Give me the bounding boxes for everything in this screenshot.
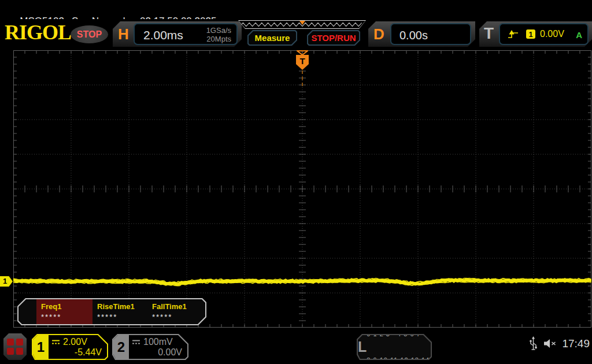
channel1-status[interactable]: 1 2.00V -5.44V <box>32 334 108 360</box>
measure-button-label: Measure <box>249 31 296 44</box>
sample-rate-readout: 1GSa/s 20Mpts <box>206 26 231 43</box>
channel2-status[interactable]: 2 100mV 0.00V <box>112 334 188 360</box>
logic-body: L 0 1 2 3 4 5 6 7 8 9 10 11 12 13 14 15 <box>358 335 431 359</box>
rigol-logo: RIGOL <box>5 20 71 44</box>
trigger-panel[interactable]: T 1 0.00V A <box>479 21 592 47</box>
channel1-body: 1 2.00V -5.44V <box>33 335 107 359</box>
channel1-offset: -5.44V <box>51 347 102 358</box>
channel2-number: 2 <box>113 335 129 359</box>
delay-panel[interactable]: D 0.00s <box>368 21 475 47</box>
clock-readout: 17:49 <box>562 337 590 350</box>
sample-rate-value: 1GSa/s <box>206 26 231 35</box>
trigger-readout: 1 0.00V A <box>499 23 589 45</box>
edge-trigger-slope-icon <box>507 29 519 39</box>
channel-menu-button[interactable] <box>3 333 27 360</box>
bottom-status-bar: 1 2.00V -5.44V 2 <box>0 328 592 364</box>
graticule-area <box>13 50 591 328</box>
channel1-number: 1 <box>33 335 49 359</box>
ch1-ground-marker[interactable]: 1 <box>0 276 13 287</box>
measurement-panel-body: Freq1 ***** RiseTime1 ***** FallTime1 **… <box>18 299 205 324</box>
measurement-value: ***** <box>152 313 202 321</box>
dc-coupling-icon <box>51 339 60 345</box>
stop-run-button[interactable]: STOP/RUN <box>307 30 360 46</box>
measurement-item-risetime1[interactable]: RiseTime1 ***** <box>92 299 147 324</box>
stop-run-button-label: STOP/RUN <box>308 31 359 44</box>
acquisition-state-badge[interactable]: STOP <box>71 25 108 43</box>
header-bar: RIGOL STOP H 2.00ms 1GSa/s 20Mpts Measur… <box>0 19 592 49</box>
channel2-offset: 0.00V <box>132 347 182 358</box>
trigger-sweep-mode: A <box>576 30 582 40</box>
logic-label: L <box>358 339 367 355</box>
usb-icon <box>529 336 538 351</box>
channel1-scale: 2.00V <box>63 337 87 347</box>
oscilloscope-screen: MSO5102Sun November 02 17:50:00 2025 RIG… <box>0 0 592 364</box>
top-info-bar: MSO5102Sun November 02 17:50:00 2025 <box>0 0 592 19</box>
trigger-position-line <box>302 70 303 86</box>
channel2-body: 2 100mV 0.00V <box>113 335 187 359</box>
channel2-scale: 100mV <box>143 337 173 347</box>
trigger-level-value: 0.00V <box>540 29 564 39</box>
measurement-name: FallTime1 <box>152 302 202 311</box>
measure-button[interactable]: Measure <box>247 30 297 46</box>
measurement-value: ***** <box>41 313 92 321</box>
trigger-position-outline-icon <box>297 50 308 55</box>
logic-channels-status[interactable]: L 0 1 2 3 4 5 6 7 8 9 10 11 12 13 14 15 <box>357 334 432 360</box>
grid-menu-icon <box>7 339 23 355</box>
trigger-source-badge: 1 <box>526 29 535 39</box>
measurement-panel: Freq1 ***** RiseTime1 ***** FallTime1 **… <box>17 298 206 325</box>
measurement-name: Freq1 <box>41 302 92 311</box>
waveform-overview-strip[interactable] <box>238 20 366 29</box>
measurement-name: RiseTime1 <box>97 302 147 311</box>
delay-value: 0.00s <box>399 29 428 42</box>
dc-coupling-icon <box>132 339 140 345</box>
trigger-label: T <box>484 24 494 43</box>
measurement-value: ***** <box>97 313 147 321</box>
overview-trigger-position-icon[interactable] <box>299 21 305 25</box>
measurement-item-freq1[interactable]: Freq1 ***** <box>36 299 92 324</box>
measurement-item-falltime1[interactable]: FallTime1 ***** <box>147 299 202 324</box>
ch1-waveform-trace <box>13 50 591 328</box>
memory-depth-value: 20Mpts <box>206 35 231 43</box>
speaker-muted-icon <box>543 338 557 349</box>
delay-label: D <box>373 25 384 43</box>
delay-readout: 0.00s <box>390 23 471 45</box>
horizontal-panel[interactable]: H 2.00ms 1GSa/s 20Mpts <box>113 21 242 47</box>
timebase-value: 2.00ms <box>143 28 183 42</box>
horizontal-label: H <box>118 25 129 43</box>
timebase-readout: 2.00ms 1GSa/s 20Mpts <box>134 23 238 45</box>
